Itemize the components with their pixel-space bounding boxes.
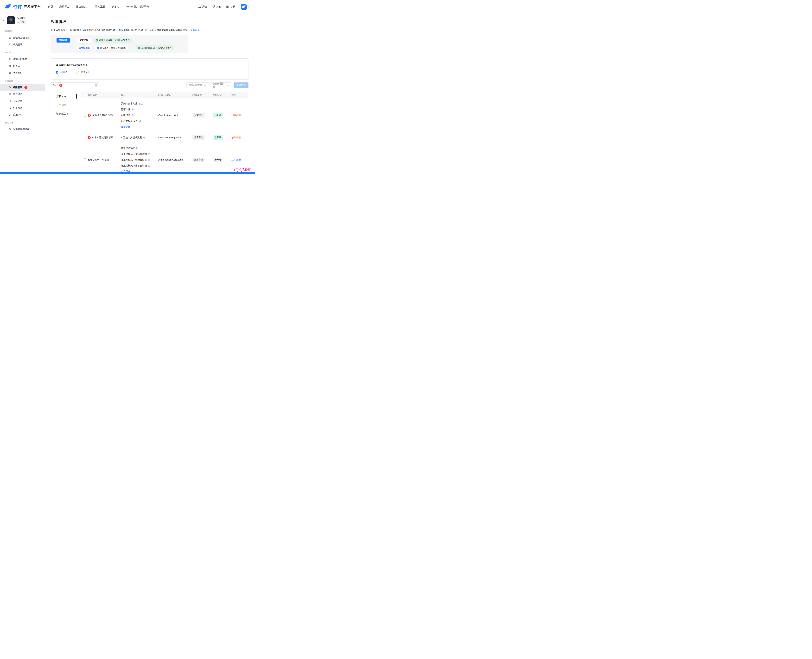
activate-permission-link[interactable]: 立即开通 (231, 158, 241, 161)
doc-icon[interactable] (131, 114, 134, 117)
nav-item[interactable]: 应用开发 (59, 5, 70, 9)
column-header-label: 权限信息 (88, 93, 97, 96)
nav-item[interactable]: 企业专属大模型平台 (126, 5, 149, 9)
doc-icon[interactable] (139, 120, 141, 122)
flow-need-review-box: 需审核权限 (76, 46, 92, 50)
nav-item[interactable]: 开发工具 (95, 5, 106, 9)
view-more-link[interactable]: 查看更多 (121, 126, 130, 129)
search-input[interactable]: Card 2 × (51, 82, 99, 88)
logo-text-cn: 钉钉 (13, 4, 22, 10)
api-link[interactable]: 在主动模式下完结会话框 (121, 153, 147, 156)
review-filter-select[interactable]: 选择审核要求 (186, 82, 208, 88)
nav-item[interactable]: 开放能力 (76, 5, 89, 9)
sidebar-item[interactable]: 成员管理 (0, 41, 45, 48)
remove-permission-link[interactable]: 移除权限 (231, 114, 241, 117)
column-header: 操作 (231, 93, 248, 96)
sidebar-item[interactable]: 网页应用 (0, 69, 45, 76)
scope-radio-option[interactable]: 部分员工 (76, 71, 90, 74)
api-link[interactable]: 关闭吊顶卡片接口 (121, 102, 140, 105)
row-checkbox[interactable] (84, 136, 86, 139)
radio-label: 全部员工 (60, 71, 70, 74)
flow-connector (73, 40, 73, 48)
sidebar-item[interactable]: 分享设置 (0, 104, 45, 111)
api-link[interactable]: 创建并投放卡片 (121, 120, 137, 123)
row-checkbox[interactable] (84, 114, 86, 117)
sidebar: ZenOps 已上线 基础信息凭证与基础信息成员管理应用能力添加应用能力机器人网… (0, 14, 45, 172)
status-filter-select[interactable]: 选择开通状态 (211, 82, 231, 88)
user-avatar (241, 4, 247, 10)
sidebar-item[interactable]: 凭证与基础信息 (0, 34, 45, 41)
filter-toolbar: Card 2 × 选择审核要求 选择开通状态 批量申请 (51, 82, 248, 88)
view-more-link[interactable]: 查看更多 (121, 170, 130, 172)
tab-card[interactable]: 卡片（2） (56, 101, 81, 109)
sidebar-item-label: 成员管理 (13, 43, 22, 46)
api-link[interactable]: 在主动模式下准备会话框 (121, 164, 147, 167)
security-icon (8, 100, 11, 102)
description-text: 开通 API 权限后，应用才能以应用身份或用户身份调用钉钉API；以应用身份调用… (51, 29, 190, 32)
sidebar-item[interactable]: 事件订阅 (0, 91, 45, 98)
api-link[interactable]: 更新卡片 (121, 108, 130, 111)
batch-apply-button[interactable]: 批量申请 (234, 82, 248, 88)
back-button[interactable] (3, 19, 6, 22)
docs-button[interactable]: 文档 (226, 5, 235, 9)
top-navbar: 钉钉 开发者平台 首页应用开发开放能力开发工具更多企业专属大模型平台 通知 教程… (0, 0, 254, 14)
api-link[interactable]: 直接发送消息 (121, 147, 135, 150)
permission-code: Card.Streaming.Write (158, 136, 193, 139)
lock-icon (8, 86, 11, 88)
chevron-down-icon (248, 6, 250, 8)
main-content: 权限管理 开通 API 权限后，应用才能以应用身份或用户身份调用钉钉API；以应… (45, 14, 254, 172)
doc-icon[interactable] (143, 136, 145, 139)
doc-icon[interactable] (136, 147, 139, 149)
chevron-down-icon (87, 6, 89, 8)
page-description: 开通 API 权限后，应用才能以应用身份或用户身份调用钉钉API；以应用身份调用… (51, 28, 248, 32)
info-icon[interactable]: i (203, 94, 205, 96)
apply-permission-button[interactable]: 申请权限 (57, 38, 70, 43)
tutorial-label: 教程 (216, 5, 221, 9)
sidebar-item-label: 监控中心 (13, 113, 22, 116)
nav-item-label: 首页 (48, 5, 53, 9)
doc-icon[interactable] (141, 102, 143, 105)
row-checkbox[interactable] (84, 158, 86, 161)
nav-item[interactable]: 更多 (112, 5, 119, 9)
sidebar-item[interactable]: 版本管理与发布 (0, 126, 45, 132)
doc-icon[interactable] (148, 153, 150, 155)
api-link[interactable]: 创建卡片 (121, 114, 130, 117)
doc-icon[interactable] (148, 159, 150, 161)
sidebar-item[interactable]: 机器人 (0, 63, 45, 69)
nav-item[interactable]: 首页 (48, 5, 53, 9)
tutorial-button[interactable]: 教程 (212, 5, 221, 9)
chevron-down-icon (204, 84, 206, 86)
sidebar-item[interactable]: 监控中心 (0, 111, 45, 118)
table-row: 4AI卡片流式更新权限AI互动卡片流式更新Card.Streaming.Writ… (81, 132, 248, 143)
radio-selected-icon[interactable] (56, 71, 58, 74)
account-menu[interactable] (241, 4, 250, 10)
api-link[interactable]: 在主动模式下更新会话框 (121, 158, 147, 161)
sidebar-section-title: 应用发布 (0, 118, 45, 126)
checkbox-icon (96, 47, 99, 49)
sidebar-item[interactable]: 权限管理1 (0, 84, 45, 91)
tab-ai-interaction[interactable]: 智能交互（1） (56, 109, 81, 118)
sidebar-item[interactable]: 安全设置 (0, 98, 45, 104)
page-title: 权限管理 (51, 19, 248, 24)
learn-more-link[interactable]: 了解更多 (190, 29, 200, 32)
nav-item-label: 企业专属大模型平台 (126, 5, 149, 9)
select-all-checkbox[interactable] (84, 94, 86, 96)
scope-radio-option[interactable]: 全部员工 (56, 71, 70, 74)
doc-icon[interactable] (148, 164, 150, 167)
radio-label: 部分员工 (81, 71, 90, 74)
docs-label: 文档 (230, 5, 235, 9)
check-circle-icon (138, 47, 140, 49)
sidebar-item[interactable]: 添加应用能力 (0, 56, 45, 63)
tab-all[interactable]: 全部（3） (56, 92, 81, 101)
notifications-button[interactable]: 通知 (198, 5, 207, 9)
radio-unselected-icon[interactable] (76, 71, 79, 74)
tutorial-notification-dot (214, 5, 215, 6)
remove-permission-link[interactable]: 移除权限 (231, 136, 241, 139)
doc-icon[interactable] (131, 108, 134, 111)
dingtalk-logo[interactable]: 钉钉 开发者平台 (5, 4, 41, 10)
scope-label: 请选择通讯录接口权限范围： (56, 63, 243, 66)
version-icon (8, 128, 11, 131)
permission-code: AIInteraction.Card.Write (158, 158, 193, 161)
clear-search-icon[interactable]: × (95, 84, 97, 87)
api-link[interactable]: AI互动卡片流式更新 (121, 136, 142, 139)
